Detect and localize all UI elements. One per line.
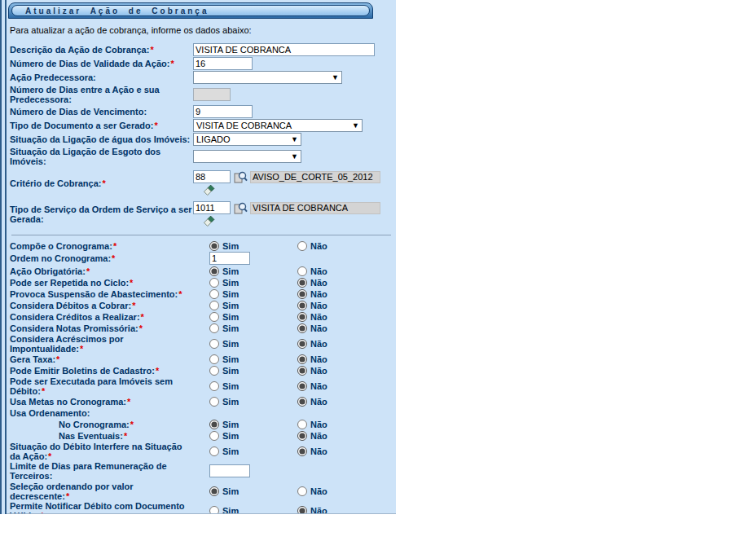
label-row-usa-ordenamento: Usa Ordenamento: (10, 407, 393, 419)
suspensao-sim-radio[interactable] (209, 289, 219, 299)
radio-row-repetida: Pode ser Repetida no Ciclo:* Sim Não (10, 277, 393, 288)
usa-metas-sim-radio[interactable] (209, 397, 219, 407)
field-row-ordem: Ordem no Cronograma:* (10, 252, 393, 265)
suspensao-nao-radio[interactable] (297, 289, 307, 299)
notas-nao-radio[interactable] (297, 323, 307, 333)
no-cronograma-sim-radio[interactable] (209, 420, 219, 429)
field-label: Situação da Ligação de água dos Imóveis: (10, 134, 190, 144)
field-label: Número de Dias entre a Ação e sua Predec… (10, 85, 160, 104)
required-asterisk: * (150, 45, 153, 55)
gera-taxa-sim-radio[interactable] (209, 354, 219, 364)
compoe-nao-radio[interactable] (297, 241, 307, 251)
required-asterisk: * (56, 354, 59, 364)
limite-dias-input[interactable] (209, 464, 250, 477)
situacao-debito-nao-radio[interactable] (297, 446, 307, 456)
field-label: Nas Eventuais: (59, 431, 123, 441)
field-row-dias-entre-acao: Número de Dias entre a Ação e sua Predec… (10, 85, 393, 104)
boletins-nao-radio[interactable] (297, 366, 307, 376)
usa-metas-nao-radio[interactable] (297, 397, 307, 407)
sem-debito-nao-radio[interactable] (297, 381, 307, 391)
tipo-servico-code-input[interactable] (193, 201, 231, 214)
acao-predecessora-select[interactable]: ▼ (193, 71, 342, 84)
creditos-sim-radio[interactable] (209, 312, 219, 322)
obrigatoria-sim-radio[interactable] (209, 266, 219, 276)
required-asterisk: * (154, 121, 157, 130)
acrescimos-nao-radio[interactable] (297, 339, 307, 349)
field-label: Ação Obrigatória: (10, 266, 86, 276)
compoe-sim-radio[interactable] (209, 241, 219, 251)
field-label: Situação da Ligação de Esgoto dos Imóvei… (10, 147, 160, 166)
required-asterisk: * (102, 178, 105, 188)
section-divider (11, 235, 391, 235)
field-label: Critério de Cobrança: (10, 178, 101, 188)
required-asterisk: * (127, 397, 130, 407)
radio-row-gera-taxa: Gera Taxa:* Sim Não (10, 354, 393, 365)
no-cronograma-nao-radio[interactable] (297, 420, 307, 429)
field-row-tipo-documento: Tipo de Documento a ser Gerado:* VISITA … (10, 119, 393, 132)
field-row-tipo-servico: Tipo de Serviço da Ordem de Serviço a se… (10, 201, 393, 227)
eraser-icon[interactable] (203, 184, 215, 196)
required-asterisk: * (66, 491, 69, 501)
criterio-code-input[interactable] (193, 170, 231, 183)
debitos-nao-radio[interactable] (297, 301, 307, 310)
sem-debito-sim-radio[interactable] (209, 381, 219, 391)
field-label: Número de Dias de Vencimento: (10, 107, 147, 117)
situacao-esgoto-select[interactable]: ▼ (193, 150, 301, 163)
debitos-sim-radio[interactable] (209, 301, 219, 310)
instruction-text: Para atualizar a ação de cobrança, infor… (7, 19, 396, 43)
field-label: Descrição da Ação de Cobrança: (10, 45, 149, 55)
radio-row-situacao-debito: Situação do Débito Interfere na Situação… (10, 442, 393, 461)
field-label: Usa Metas no Cronograma: (10, 397, 126, 407)
notas-sim-radio[interactable] (209, 323, 219, 333)
field-label: Considera Débitos a Cobrar: (10, 301, 131, 310)
radio-row-notas: Considera Notas Promissória:* Sim Não (10, 323, 393, 334)
search-lookup-icon[interactable] (234, 171, 248, 183)
radio-row-selecao-decrescente: Seleção ordenando por valor decrescente:… (10, 482, 393, 501)
creditos-nao-radio[interactable] (297, 312, 307, 322)
radio-row-compoe: Compõe o Cronograma:* Sim Não (10, 240, 393, 252)
radio-row-creditos: Considera Créditos a Realizar:* Sim Não (10, 311, 393, 323)
dias-validade-input[interactable] (193, 57, 253, 70)
eraser-icon[interactable] (203, 215, 215, 227)
field-label: Ação Predecessora: (10, 73, 96, 82)
radio-row-usa-metas: Usa Metas no Cronograma:* Sim Não (10, 396, 393, 407)
chevron-down-icon: ▼ (332, 73, 339, 81)
field-row-acao-predecessora: Ação Predecessora: ▼ (10, 71, 393, 84)
field-label: Tipo de Serviço da Ordem de Serviço a se… (10, 205, 192, 224)
notificar-debito-nao-radio[interactable] (297, 506, 307, 514)
required-asterisk: * (42, 386, 45, 396)
repetida-nao-radio[interactable] (297, 278, 307, 288)
nas-eventuais-nao-radio[interactable] (297, 431, 307, 441)
field-label: Permite Notificar Débito com Documento V… (10, 501, 185, 514)
notificar-debito-sim-radio[interactable] (209, 506, 219, 514)
required-asterisk: * (80, 344, 83, 354)
situacao-debito-sim-radio[interactable] (209, 446, 219, 456)
nas-eventuais-sim-radio[interactable] (209, 431, 219, 441)
ordem-input[interactable] (209, 252, 250, 265)
selecao-decrescente-nao-radio[interactable] (297, 486, 307, 496)
field-label: Considera Acréscimos por Impontualidade: (10, 334, 124, 354)
field-label: Considera Créditos a Realizar: (10, 312, 140, 322)
field-row-dias-validade: Número de Dias de Validade da Ação:* (10, 57, 393, 70)
tipo-documento-select[interactable]: VISITA DE COBRANCA ▼ (193, 119, 363, 132)
field-label: Pode ser Executada para Imóveis sem Débi… (10, 376, 173, 396)
field-row-situacao-esgoto: Situação da Ligação de Esgoto dos Imóvei… (10, 147, 393, 166)
obrigatoria-nao-radio[interactable] (297, 266, 307, 276)
field-row-limite-dias: Limite de Dias para Remuneração de Terce… (10, 461, 393, 481)
field-label: Tipo de Documento a ser Gerado: (10, 121, 153, 130)
repetida-sim-radio[interactable] (209, 278, 219, 288)
field-label: Limite de Dias para Remuneração de Terce… (10, 461, 167, 481)
field-label: Pode ser Repetida no Ciclo: (10, 278, 129, 288)
chevron-down-icon: ▼ (291, 135, 298, 143)
boletins-sim-radio[interactable] (209, 366, 219, 376)
gera-taxa-nao-radio[interactable] (297, 354, 307, 364)
radio-row-sem-debito: Pode ser Executada para Imóveis sem Débi… (10, 376, 393, 396)
situacao-agua-select[interactable]: LIGADO ▼ (193, 133, 301, 146)
acrescimos-sim-radio[interactable] (209, 339, 219, 349)
descricao-input[interactable] (193, 43, 375, 56)
dias-vencimento-input[interactable] (193, 105, 253, 118)
search-lookup-icon[interactable] (234, 202, 248, 214)
radio-row-nas-eventuais: Nas Eventuais:* Sim Não (10, 430, 393, 442)
selected-value: VISITA DE COBRANCA (196, 121, 292, 130)
selecao-decrescente-sim-radio[interactable] (209, 486, 219, 496)
